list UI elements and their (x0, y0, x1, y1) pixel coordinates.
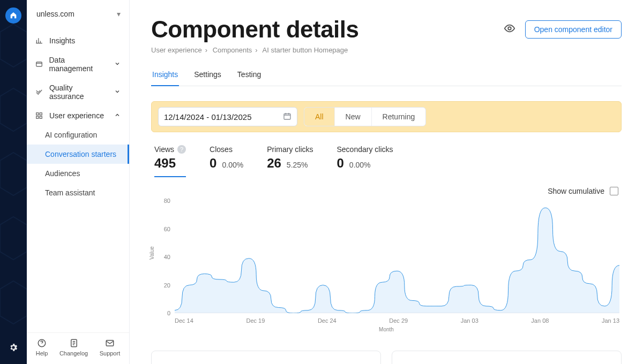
sidebar-label: Quality assurance (49, 84, 109, 101)
svg-rect-1 (36, 113, 39, 115)
card-placeholder (392, 351, 622, 364)
breadcrumb-link[interactable]: Components (213, 46, 252, 54)
support-button[interactable]: Support (100, 338, 121, 357)
sidebar: unless.com ▾ Insights Data management Qu… (27, 0, 130, 364)
metrics-row: Views? 495 Closes 00.00% Primary clicks … (151, 140, 622, 180)
x-axis-label: Month (151, 327, 622, 332)
chevron-down-icon: ▾ (117, 10, 121, 18)
card-placeholder (151, 351, 381, 364)
sidebar-label: Insights (49, 36, 75, 45)
sidebar-footer: Help Changelog Support (27, 332, 129, 364)
app-logo[interactable] (5, 7, 21, 24)
sidebar-sub-audiences[interactable]: Audiences (27, 164, 129, 183)
svg-rect-3 (36, 116, 39, 118)
svg-point-8 (508, 27, 511, 30)
metric-views[interactable]: Views? 495 (154, 145, 186, 177)
breadcrumb-current: AI starter button Homepage (263, 46, 348, 54)
settings-icon[interactable] (9, 343, 18, 354)
tab-insights[interactable]: Insights (151, 66, 179, 86)
metric-primary-clicks[interactable]: Primary clicks 265.25% (267, 145, 313, 177)
date-range-value: 12/14/2024 - 01/13/2025 (164, 112, 251, 122)
site-name: unless.com (36, 10, 74, 18)
segment-control: All New Returning (304, 107, 426, 126)
tab-testing[interactable]: Testing (236, 66, 262, 86)
tabs: Insights Settings Testing (151, 66, 622, 86)
chart: Value 020406080 Dec 14Dec 19Dec 24Dec 29… (151, 201, 622, 329)
database-icon (35, 60, 43, 68)
sidebar-item-insights[interactable]: Insights (27, 31, 129, 50)
show-cumulative-row: Show cumulative (151, 180, 622, 199)
main-content: Component details Open component editor … (130, 0, 643, 364)
date-range-input[interactable]: 12/14/2024 - 01/13/2025 (158, 107, 297, 126)
x-axis: Dec 14Dec 19Dec 24Dec 29Jan 03Jan 08Jan … (175, 317, 619, 324)
bottom-cards (151, 351, 622, 364)
sidebar-sub-team-assistant[interactable]: Team assistant (27, 183, 129, 202)
layout-icon (35, 112, 44, 119)
y-axis: 020406080 (151, 201, 173, 313)
calendar-icon (283, 112, 291, 122)
svg-rect-2 (40, 113, 42, 115)
tab-settings[interactable]: Settings (193, 66, 222, 86)
bar-chart-icon (35, 37, 44, 44)
segment-new[interactable]: New (334, 108, 371, 126)
chevron-down-icon (114, 88, 121, 96)
sidebar-item-data-mgmt[interactable]: Data management (27, 50, 129, 78)
breadcrumb-link[interactable]: User experience (151, 46, 202, 54)
show-cumulative-checkbox[interactable] (610, 187, 618, 195)
help-button[interactable]: Help (36, 338, 48, 357)
sidebar-sub-ai-config[interactable]: AI configuration (27, 125, 129, 145)
changelog-button[interactable]: Changelog (59, 338, 88, 357)
breadcrumb: User experience› Components› AI starter … (151, 46, 622, 54)
sidebar-sub-conversation-starters[interactable]: Conversation starters (27, 145, 129, 164)
app-rail (0, 0, 27, 364)
filter-bar: 12/14/2024 - 01/13/2025 All New Returnin… (151, 101, 622, 132)
page-title: Component details (151, 16, 359, 43)
segment-returning[interactable]: Returning (371, 108, 426, 126)
sidebar-label: User experience (49, 111, 104, 120)
help-icon[interactable]: ? (177, 145, 186, 154)
open-editor-button[interactable]: Open component editor (525, 20, 622, 39)
sidebar-label: Data management (49, 56, 109, 73)
svg-rect-4 (40, 116, 42, 118)
site-switcher[interactable]: unless.com ▾ (27, 0, 129, 28)
chevron-up-icon (114, 111, 121, 120)
show-cumulative-label: Show cumulative (548, 187, 604, 195)
svg-rect-9 (284, 113, 290, 119)
eye-icon[interactable] (504, 22, 515, 36)
sidebar-item-ux[interactable]: User experience (27, 106, 129, 125)
metric-closes[interactable]: Closes 00.00% (210, 145, 243, 177)
segment-all[interactable]: All (304, 108, 334, 126)
chevron-down-icon (114, 60, 121, 69)
check-icon (35, 88, 44, 96)
svg-rect-0 (36, 62, 42, 66)
sidebar-item-qa[interactable]: Quality assurance (27, 78, 129, 106)
chart-plot[interactable] (175, 201, 619, 313)
metric-secondary-clicks[interactable]: Secondary clicks 00.00% (337, 145, 393, 177)
